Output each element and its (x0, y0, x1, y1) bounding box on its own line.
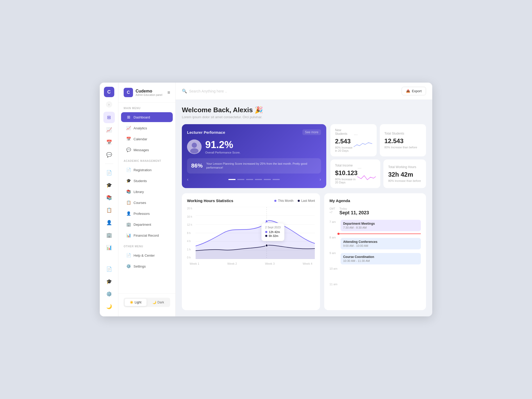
hamburger-button[interactable]: ≡ (167, 90, 170, 95)
x-label-week1: Week 1 (190, 262, 199, 265)
time-7am: 7 am (329, 220, 337, 235)
event-title-dept: Department Meetings (343, 222, 418, 225)
collapse-button[interactable]: › (106, 101, 112, 108)
sidebar-footer: ☀️ Light 🌙 Dark (118, 293, 175, 311)
dot-4 (255, 179, 262, 180)
income-sub: 80% Increase in 20 Days (335, 178, 358, 184)
today-date: Sept 11, 2023 (340, 210, 369, 216)
sidebar-item-students[interactable]: 🎓 Students (121, 176, 173, 186)
sidebar-item-analytics[interactable]: 📈 Analytics (121, 123, 173, 133)
pagination-next[interactable]: › (320, 177, 321, 182)
sidebar-item-department[interactable]: 🏢 Department (121, 220, 173, 229)
legend-this-month: This Month (274, 199, 293, 203)
pagination-prev[interactable]: ‹ (187, 177, 188, 182)
welcome-title: Welcome Back, Alexis 🎉 (182, 106, 263, 114)
dashboard-icon: ⊞ (126, 115, 131, 119)
sidebar-item-registration[interactable]: 📄 Registration (121, 165, 173, 175)
agenda-timeline-divider (337, 233, 421, 235)
new-students-more[interactable]: ··· (354, 132, 358, 137)
icon-cap[interactable]: 🎓 (103, 276, 115, 287)
legend-dot-blue (274, 200, 276, 202)
event-coordination[interactable]: Course Coordination 10:30 AM - 11:30 AM (341, 253, 421, 264)
y-label-8h: 8 h (187, 232, 192, 235)
sidebar-item-library[interactable]: 📚 Library (121, 187, 173, 197)
sidebar-item-settings[interactable]: ⚙️ Settings (121, 261, 173, 271)
dot-5 (264, 179, 271, 180)
dot-3 (246, 179, 253, 180)
professors-icon: 👤 (126, 211, 131, 216)
x-label-week2: Week 2 (227, 262, 237, 265)
sidebar-item-messages[interactable]: 💬 Messages (121, 145, 173, 155)
sidebar-item-label-dashboard: Dashboard (134, 115, 150, 119)
dot-1 (228, 179, 236, 180)
sidebar-item-label-analytics: Analytics (134, 126, 147, 130)
sun-icon: ☀️ (130, 301, 134, 304)
chart-legend: This Month Last Mont (274, 199, 315, 203)
sidebar-item-courses[interactable]: 📋 Courses (121, 198, 173, 208)
total-students-value: 12.543 (384, 137, 417, 145)
lecturer-card: Lecturer Performace See more 91. (182, 124, 326, 188)
agenda-date-row: GMT +7 Today Sept 11, 2023 (329, 207, 421, 216)
icon-department[interactable]: 🏢 (103, 229, 115, 241)
icon-moon[interactable]: 🌙 (103, 301, 115, 312)
sidebar-item-professors[interactable]: 👤 Professors (121, 209, 173, 218)
sidebar-item-help[interactable]: 📄 Help & Center (121, 250, 173, 260)
chart-tooltip: 2 Sept 2023 12h 42m 6h 32m (261, 223, 284, 241)
icon-person[interactable]: 👤 (103, 217, 115, 228)
theme-dark-button[interactable]: 🌙 Dark (148, 299, 169, 306)
icon-logo: C (104, 87, 114, 97)
sidebar-item-financial[interactable]: 📊 Financial Record (121, 230, 173, 240)
sidebar-item-label-help: Help & Center (134, 254, 155, 257)
icon-messages[interactable]: 💬 (103, 149, 115, 161)
other-label: OTHER MENU (118, 241, 175, 250)
stat-card-total-students: Total Students 12.543 80% Increase than … (380, 124, 426, 156)
event-conferences[interactable]: Attending Conferences 9:00 AM - 10:00 AM (341, 238, 421, 249)
icon-library[interactable]: 📚 (103, 192, 115, 203)
new-students-value: 2.543 (335, 138, 354, 145)
tooltip-row-1: 12h 42m (265, 230, 281, 234)
x-label-week4: Week 4 (303, 262, 312, 265)
export-button[interactable]: 📤 Export (402, 87, 426, 95)
icon-students[interactable]: 🎓 (103, 179, 115, 191)
icon-courses[interactable]: 📋 (103, 204, 115, 216)
working-hours-sub: 80% Increase than before (388, 179, 421, 182)
card-pagination: ‹ › (187, 177, 321, 182)
messages-icon: 💬 (126, 148, 131, 152)
svg-point-2 (190, 148, 198, 154)
search-placeholder[interactable]: Search Anything here .. (189, 89, 227, 93)
legend-dot-dark (298, 200, 300, 202)
theme-light-button[interactable]: ☀️ Light (125, 299, 147, 306)
icon-docs[interactable]: 📄 (103, 263, 115, 275)
chart-title: Working Hours Statistics (187, 198, 233, 203)
main-sidebar: C Cudemo Admin Education panel ≡ MAIN ME… (118, 83, 176, 316)
icon-analytics[interactable]: 📈 (103, 124, 115, 136)
icon-dashboard[interactable]: ⊞ (103, 112, 115, 123)
sidebar-item-label-department: Department (134, 223, 151, 227)
icon-calendar[interactable]: 📅 (103, 137, 115, 148)
income-more[interactable]: ··· (357, 165, 361, 171)
event-department-meetings[interactable]: Department Meetings 7:30 AM - 8:30 AM (341, 220, 421, 231)
icon-financial[interactable]: 📊 (103, 242, 115, 253)
courses-icon: 📋 (126, 200, 131, 205)
academic-label: ACADEMIC MANAGEMENT (118, 155, 175, 164)
settings-icon: ⚙️ (126, 264, 131, 269)
chart-dot-this-month (266, 220, 268, 223)
see-more-button[interactable]: See more (302, 129, 321, 135)
icon-registration[interactable]: 📄 (103, 167, 115, 178)
sidebar-item-calendar[interactable]: 📅 Calendar (121, 134, 173, 144)
icon-settings[interactable]: ⚙️ (103, 288, 115, 300)
time-11am: 11 am (329, 282, 337, 298)
main-content: 🔍 Search Anything here .. 📤 Export Welco… (176, 83, 432, 316)
agenda-timeline: 7 am 8 am 9 am 10 am 11 am Department Me… (329, 220, 421, 298)
new-students-sub: 80% Increase in 20 Days (335, 146, 354, 152)
sidebar-item-label-courses: Courses (134, 201, 146, 205)
page-content: Welcome Back, Alexis 🎉 Lorem ipsum dolor… (176, 100, 432, 316)
tooltip-val1: 12h 42m (269, 230, 280, 234)
timeline-labels: 7 am 8 am 9 am 10 am 11 am (329, 220, 337, 298)
sidebar-item-label-professors: Professors (134, 212, 150, 216)
bottom-row: Working Hours Statistics This Month Last… (182, 193, 426, 310)
event-title-coord: Course Coordination (343, 255, 418, 259)
sidebar-item-label-calendar: Calendar (134, 137, 147, 141)
sidebar-item-dashboard[interactable]: ⊞ Dashboard (121, 112, 173, 122)
lesson-score-bar: 86% Your Lesson Planning Score increased… (187, 158, 321, 174)
